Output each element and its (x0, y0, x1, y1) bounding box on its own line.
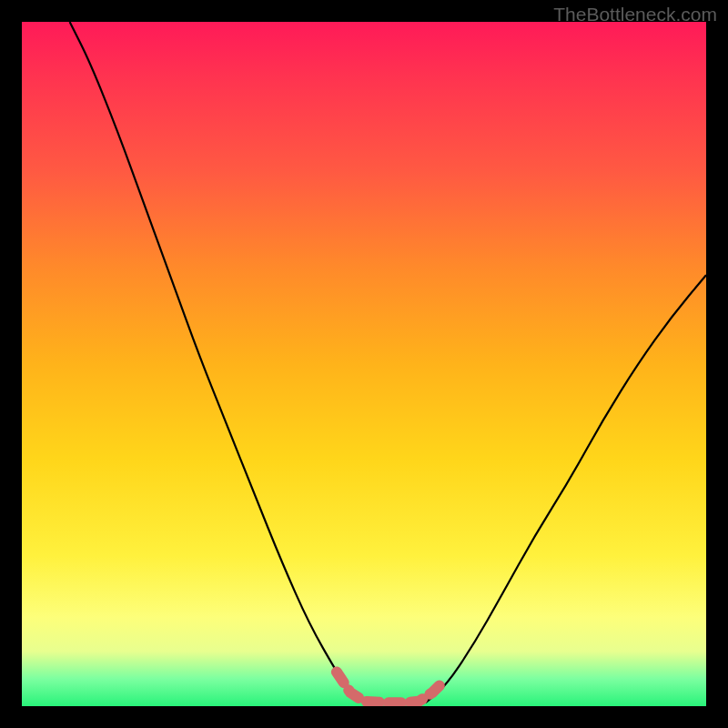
left-curve-path (70, 22, 364, 703)
right-curve-path (426, 275, 706, 703)
plot-area (22, 22, 706, 706)
watermark-text: TheBottleneck.com (553, 4, 717, 25)
chart-frame: TheBottleneck.com (0, 0, 728, 728)
chart-curves (22, 22, 706, 706)
bottom-highlight-path (337, 672, 443, 703)
